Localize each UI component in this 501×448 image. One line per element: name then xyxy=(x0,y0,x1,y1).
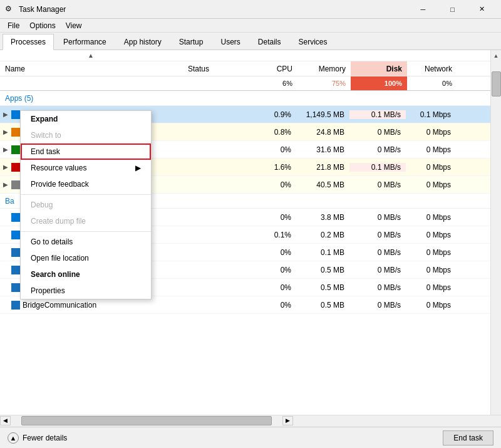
pct-cpu: 6% xyxy=(250,76,297,90)
row-memory: 0.5 MB xyxy=(296,266,349,274)
row-disk: 0 MB/s xyxy=(349,301,406,310)
col-name-header[interactable]: Name xyxy=(0,61,188,76)
app-icon xyxy=(11,110,20,119)
bg-section-label: Ba xyxy=(5,197,14,206)
row-network: 0 Mbps xyxy=(406,163,456,172)
ctx-provide-feedback[interactable]: Provide feedback xyxy=(21,176,151,192)
tab-details[interactable]: Details xyxy=(250,34,289,49)
minimize-button[interactable]: ─ xyxy=(409,0,437,19)
fewer-details-label: Fewer details xyxy=(23,434,67,442)
service-icon xyxy=(11,248,20,257)
row-disk: 0 MB/s xyxy=(349,266,406,274)
row-network: 0 Mbps xyxy=(406,283,456,292)
scroll-up-btn[interactable]: ▲ xyxy=(491,50,501,61)
app-icon xyxy=(11,128,20,137)
ctx-resource-values[interactable]: Resource values ▶ xyxy=(21,160,151,176)
maximize-button[interactable]: □ xyxy=(438,0,467,19)
horizontal-scrollbar[interactable]: ◀ ▶ xyxy=(0,415,501,425)
tab-users[interactable]: Users xyxy=(212,34,248,49)
menu-file[interactable]: File xyxy=(3,20,24,31)
row-cpu: 0% xyxy=(249,180,296,189)
title-bar: ⚙ Task Manager ─ □ ✕ xyxy=(0,0,501,19)
row-memory: 24.8 MB xyxy=(296,128,349,137)
tab-app-history[interactable]: App history xyxy=(116,34,170,49)
col-disk-header[interactable]: Disk xyxy=(351,61,407,76)
close-button[interactable]: ✕ xyxy=(468,0,496,19)
col-cpu-header[interactable]: CPU xyxy=(250,61,297,76)
tab-services[interactable]: Services xyxy=(291,34,336,49)
row-network: 0 Mbps xyxy=(406,128,456,137)
row-disk: 0 MB/s xyxy=(349,213,406,222)
expand-icon[interactable]: ▶ xyxy=(0,181,11,188)
service-icon xyxy=(11,301,20,310)
scroll-left-btn[interactable]: ◀ xyxy=(0,416,11,425)
row-memory: 31.6 MB xyxy=(296,145,349,154)
menu-view[interactable]: View xyxy=(61,20,87,31)
tab-performance[interactable]: Performance xyxy=(55,34,115,49)
row-disk: 0 MB/s xyxy=(349,231,406,239)
row-network: 0 Mbps xyxy=(406,145,456,154)
row-cpu: 0.1% xyxy=(249,231,296,239)
row-cpu: 0.9% xyxy=(249,110,296,119)
end-task-button[interactable]: End task xyxy=(443,430,493,445)
tab-startup[interactable]: Startup xyxy=(171,34,212,49)
col-network-header[interactable]: Network xyxy=(407,61,457,76)
pct-name-spacer xyxy=(0,76,188,90)
column-headers: Name Status CPU Memory Disk Network 6% 7… xyxy=(0,61,501,91)
col-memory-header[interactable]: Memory xyxy=(297,61,351,76)
row-name: BridgeCommunication xyxy=(23,301,187,310)
vertical-scrollbar[interactable]: ▲ xyxy=(490,50,501,415)
row-memory: 0.1 MB xyxy=(296,248,349,257)
row-network: 0 Mbps xyxy=(406,248,456,257)
row-cpu: 0% xyxy=(249,301,296,310)
ctx-expand[interactable]: Expand xyxy=(21,111,151,127)
row-disk: 0.1 MB/s xyxy=(349,110,406,119)
row-disk: 0 MB/s xyxy=(349,145,406,154)
expand-icon[interactable]: ▶ xyxy=(0,146,11,153)
app-icon xyxy=(11,145,20,154)
ctx-switch-to: Switch to xyxy=(21,127,151,143)
context-menu: Expand Switch to End task Resource value… xyxy=(20,110,152,300)
row-memory: 40.5 MB xyxy=(296,180,349,189)
row-disk: 0 MB/s xyxy=(349,128,406,137)
col-status-header[interactable]: Status xyxy=(188,61,250,76)
app-icon xyxy=(11,180,20,189)
ctx-search-online[interactable]: Search online xyxy=(21,266,151,283)
bottom-bar: ▲ Fewer details End task xyxy=(0,427,501,448)
ctx-open-file-location[interactable]: Open file location xyxy=(21,250,151,266)
ctx-properties[interactable]: Properties xyxy=(21,283,151,299)
ctx-separator-2 xyxy=(21,231,151,232)
window-controls: ─ □ ✕ xyxy=(409,0,496,19)
row-network: 0.1 Mbps xyxy=(406,110,456,119)
pct-disk: 100% xyxy=(351,76,407,90)
pct-network: 0% xyxy=(407,76,457,90)
service-icon xyxy=(11,266,20,274)
ctx-search-online-label: Search online xyxy=(31,270,80,279)
row-cpu: 0.8% xyxy=(249,128,296,137)
h-scrollbar-thumb[interactable] xyxy=(21,416,272,425)
menu-bar: File Options View xyxy=(0,19,501,33)
sort-arrow-icon: ▲ xyxy=(88,52,94,59)
sort-indicator: ▲ xyxy=(0,50,501,61)
row-network: 0 Mbps xyxy=(406,180,456,189)
ctx-end-task[interactable]: End task xyxy=(21,143,151,160)
submenu-arrow-icon: ▶ xyxy=(135,164,141,172)
scroll-right-btn[interactable]: ▶ xyxy=(282,416,293,425)
expand-icon[interactable]: ▶ xyxy=(0,128,11,135)
menu-options[interactable]: Options xyxy=(24,20,60,31)
app-icon xyxy=(11,163,20,172)
fewer-details-icon: ▲ xyxy=(8,432,19,444)
row-cpu: 1.6% xyxy=(249,163,296,172)
row-disk: 0.1 MB/s xyxy=(349,163,406,172)
expand-icon[interactable]: ▶ xyxy=(0,164,11,170)
window-title: Task Manager xyxy=(19,5,409,14)
fewer-details-button[interactable]: ▲ Fewer details xyxy=(8,432,67,444)
ctx-go-to-details[interactable]: Go to details xyxy=(21,234,151,250)
expand-icon[interactable]: ▶ xyxy=(0,111,11,118)
ctx-expand-label: Expand xyxy=(31,115,58,123)
ctx-debug: Debug xyxy=(21,197,151,213)
row-memory: 0.5 MB xyxy=(296,301,349,310)
scrollbar-thumb[interactable] xyxy=(492,71,501,96)
ctx-separator-1 xyxy=(21,194,151,195)
tab-processes[interactable]: Processes xyxy=(3,34,54,50)
